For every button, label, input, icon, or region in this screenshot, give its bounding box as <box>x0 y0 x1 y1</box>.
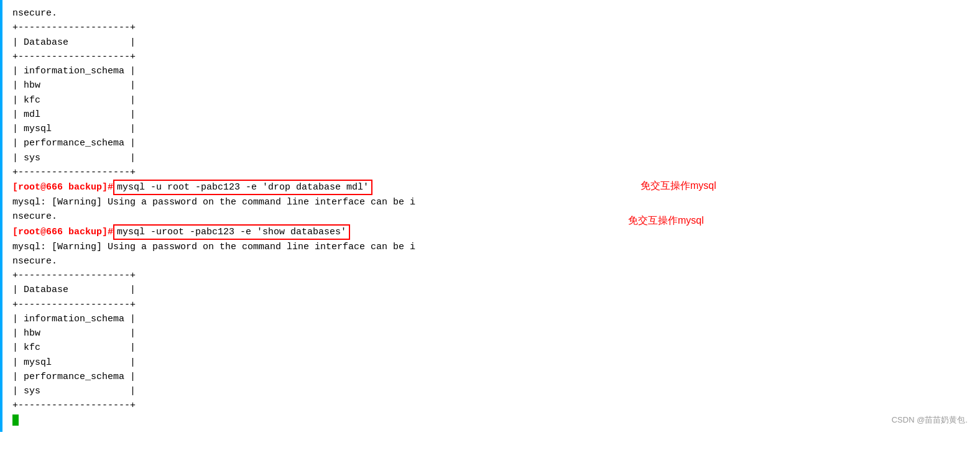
line-mysql-1: | mysql | <box>12 122 968 136</box>
cmd2-warning-2: nsecure. <box>12 254 968 268</box>
prompt-1: [root@666 backup]# <box>12 182 113 193</box>
cmd-row-1: [root@666 backup]# mysql -u root -pabc12… <box>12 180 968 195</box>
cursor <box>12 414 19 426</box>
line-info-schema-1: | information_schema | <box>12 64 968 78</box>
cmd-row-2: [root@666 backup]# mysql -uroot -pabc123… <box>12 224 968 240</box>
line-kfc-1: | kfc | <box>12 93 968 108</box>
line-db-header: | Database | <box>12 35 968 50</box>
annotation-1: 免交互操作mysql <box>640 180 930 193</box>
watermark: CSDN @苗苗奶黄包. <box>892 414 968 426</box>
line-divider-3: +--------------------+ <box>12 165 968 180</box>
cmd1-warning-1: mysql: [Warning] Using a password on the… <box>12 195 968 209</box>
line-divider-1: +--------------------+ <box>12 21 968 35</box>
line-mysql-2: | mysql | <box>12 355 968 370</box>
line-nsecure-top: nsecure. <box>12 6 968 21</box>
line-sys-1: | sys | <box>12 151 968 165</box>
command-block-2: [root@666 backup]# mysql -uroot -pabc123… <box>12 224 968 240</box>
line-divider-4: +--------------------+ <box>12 268 968 283</box>
cmd1-boxed: mysql -u root -pabc123 -e 'drop database… <box>113 180 372 195</box>
line-db-header-2: | Database | <box>12 283 968 297</box>
command-block-1: [root@666 backup]# mysql -u root -pabc12… <box>12 180 968 195</box>
line-mdl-1: | mdl | <box>12 108 968 122</box>
line-divider-6: +--------------------+ <box>12 398 968 413</box>
line-info-schema-2: | information_schema | <box>12 312 968 326</box>
cmd2-warning-1: mysql: [Warning] Using a password on the… <box>12 240 968 254</box>
prompt-2: [root@666 backup]# <box>12 227 113 237</box>
line-hbw-2: | hbw | <box>12 326 968 341</box>
line-kfc-2: | kfc | <box>12 341 968 355</box>
cmd1-warning-2: nsecure. <box>12 209 968 224</box>
line-performance-2: | performance_schema | <box>12 370 968 384</box>
annotation-label: 免交互操作mysql <box>628 214 704 227</box>
cmd2-boxed: mysql -uroot -pabc123 -e 'show databases… <box>113 224 350 240</box>
line-hbw-1: | hbw | <box>12 78 968 93</box>
line-sys-2: | sys | <box>12 384 968 398</box>
line-divider-5: +--------------------+ <box>12 298 968 312</box>
line-performance-1: | performance_schema | <box>12 136 968 150</box>
line-divider-2: +--------------------+ <box>12 50 968 64</box>
